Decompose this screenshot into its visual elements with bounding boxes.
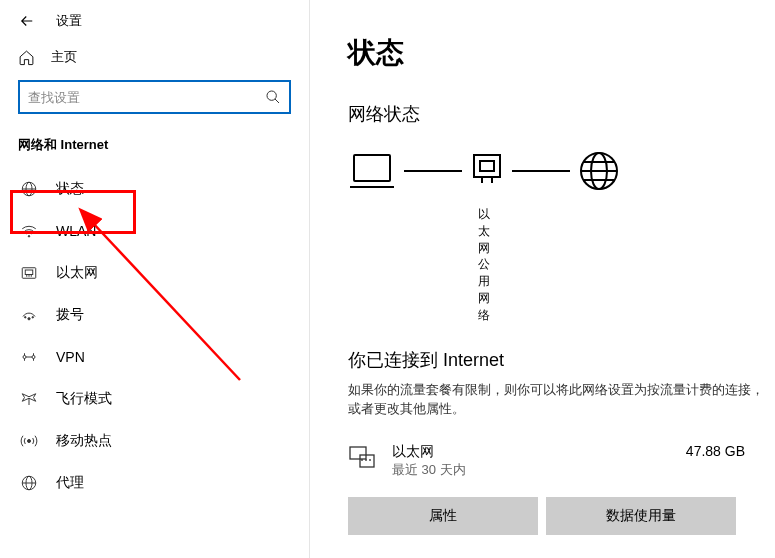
network-status-header: 网络状态 — [348, 102, 765, 126]
airplane-icon — [20, 390, 38, 408]
usage-row: 以太网 最近 30 天内 47.88 GB — [348, 443, 765, 479]
dialup-icon — [20, 306, 38, 324]
sidebar-item-label: 状态 — [56, 180, 84, 198]
usage-adapter: 以太网 — [392, 443, 670, 461]
globe-icon — [578, 150, 620, 192]
connected-desc: 如果你的流量套餐有限制，则你可以将此网络设置为按流量计费的连接，或者更改其他属性… — [348, 380, 765, 419]
sidebar-item-vpn[interactable]: VPN — [0, 336, 309, 378]
sidebar-item-label: 拨号 — [56, 306, 84, 324]
sidebar-item-status[interactable]: 状态 — [0, 168, 309, 210]
home-link[interactable]: 主页 — [0, 42, 309, 80]
data-usage-button[interactable]: 数据使用量 — [546, 497, 736, 535]
sidebar-item-wlan[interactable]: WLAN — [0, 210, 309, 252]
svg-point-10 — [32, 356, 35, 359]
sidebar-item-dialup[interactable]: 拨号 — [0, 294, 309, 336]
page-title: 状态 — [348, 34, 765, 72]
sidebar-item-ethernet[interactable]: 以太网 — [0, 252, 309, 294]
window-title: 设置 — [56, 12, 82, 30]
home-icon — [18, 49, 35, 66]
search-icon — [265, 89, 281, 105]
vpn-icon — [20, 348, 38, 366]
home-label: 主页 — [51, 48, 77, 66]
usage-period: 最近 30 天内 — [392, 461, 670, 479]
svg-rect-19 — [350, 447, 366, 459]
sidebar-item-label: 移动热点 — [56, 432, 112, 450]
proxy-icon — [20, 474, 38, 492]
network-diagram — [348, 150, 765, 192]
adapter-icon — [470, 151, 504, 191]
ethernet-usage-icon — [348, 443, 376, 471]
connected-title: 你已连接到 Internet — [348, 348, 765, 372]
status-icon — [20, 180, 38, 198]
sidebar-item-airplane[interactable]: 飞行模式 — [0, 378, 309, 420]
svg-point-11 — [28, 440, 31, 443]
usage-amount: 47.88 GB — [686, 443, 765, 459]
svg-point-7 — [25, 317, 27, 319]
diagram-labels: 以太网 公用网络 — [348, 206, 478, 324]
sidebar-item-hotspot[interactable]: 移动热点 — [0, 420, 309, 462]
sidebar-item-proxy[interactable]: 代理 — [0, 462, 309, 504]
diagram-line — [512, 170, 570, 172]
wifi-icon — [20, 222, 38, 240]
hotspot-icon — [20, 432, 38, 450]
svg-point-6 — [28, 318, 30, 320]
sidebar-item-label: 飞行模式 — [56, 390, 112, 408]
svg-rect-5 — [25, 270, 33, 275]
sidebar-item-label: 以太网 — [56, 264, 98, 282]
search-input[interactable] — [28, 90, 265, 105]
back-button[interactable] — [18, 12, 36, 30]
search-box[interactable] — [18, 80, 291, 114]
laptop-icon — [348, 151, 396, 191]
sidebar-section-title: 网络和 Internet — [0, 136, 309, 168]
svg-rect-16 — [480, 161, 494, 171]
sidebar-item-label: 代理 — [56, 474, 84, 492]
svg-point-9 — [23, 356, 26, 359]
properties-button[interactable]: 属性 — [348, 497, 538, 535]
sidebar-item-label: VPN — [56, 349, 85, 365]
svg-rect-15 — [474, 155, 500, 177]
svg-point-3 — [28, 236, 30, 238]
svg-rect-14 — [354, 155, 390, 181]
svg-point-0 — [267, 91, 276, 100]
ethernet-icon — [20, 264, 38, 282]
svg-point-8 — [32, 317, 34, 319]
sidebar-item-label: WLAN — [56, 223, 96, 239]
diagram-line — [404, 170, 462, 172]
